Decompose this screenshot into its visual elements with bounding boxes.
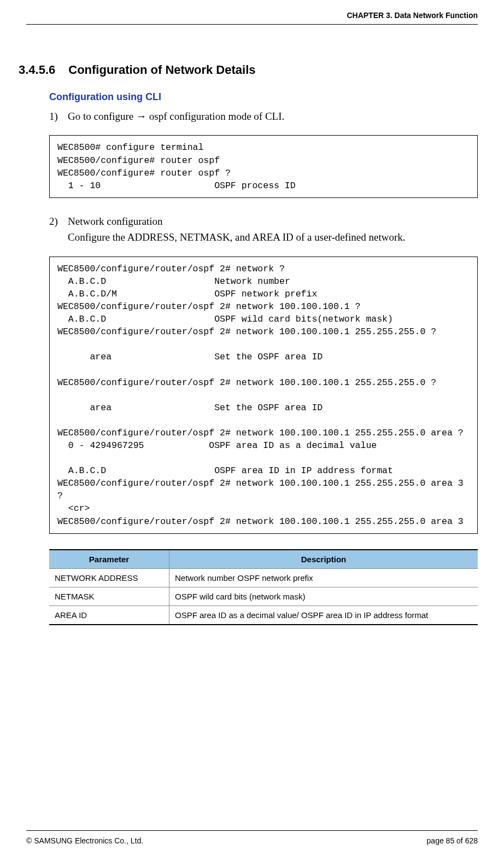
document-page: CHAPTER 3. Data Network Function 3.4.5.6… [0,0,504,856]
th-description: Description [169,550,478,569]
step-1: 1) Go to configure → ospf configuration … [49,108,478,124]
page-footer: © SAMSUNG Electronics Co., Ltd. page 85 … [26,830,478,856]
cli-subheading: Configuration using CLI [49,91,478,103]
cell-desc: OSPF area ID as a decimal value/ OSPF ar… [169,605,478,625]
arrow-icon: → [136,110,146,122]
section-title: Configuration of Network Details [68,63,255,77]
step-number: 1) [49,108,68,124]
cell-desc: Network number OSPF network prefix [169,568,478,587]
step1-after: ospf configuration mode of CLI. [146,110,284,122]
table-row: NETWORK ADDRESS Network number OSPF netw… [49,568,478,587]
spacer [26,625,478,808]
th-parameter: Parameter [49,550,169,569]
section-heading: 3.4.5.6 Configuration of Network Details [19,63,478,77]
chapter-title: CHAPTER 3. Data Network Function [347,11,478,20]
cell-desc: OSPF wild card bits (network mask) [169,587,478,605]
cell-param: AREA ID [49,605,169,625]
section-number: 3.4.5.6 [19,63,55,77]
step-2: 2) Network configuration Configure the A… [49,213,478,246]
step2-line1: Network configuration [68,216,163,227]
parameter-table: Parameter Description NETWORK ADDRESS Ne… [49,549,478,625]
step-text: Go to configure → ospf configuration mod… [68,108,478,124]
code-block-1: WEC8500# configure terminal WEC8500/conf… [49,135,478,197]
cell-param: NETWORK ADDRESS [49,568,169,587]
step2-line2: Configure the ADDRESS, NETMASK, and AREA… [68,231,406,243]
table-row: AREA ID OSPF area ID as a decimal value/… [49,605,478,625]
step1-before: Go to configure [68,110,136,122]
main-content: Configuration using CLI 1) Go to configu… [49,91,478,625]
table-header-row: Parameter Description [49,550,478,569]
step-number: 2) [49,213,68,246]
table-row: NETMASK OSPF wild card bits (network mas… [49,587,478,605]
page-number: page 85 of 628 [427,836,478,845]
cell-param: NETMASK [49,587,169,605]
copyright-text: © SAMSUNG Electronics Co., Ltd. [26,836,143,845]
page-header: CHAPTER 3. Data Network Function [26,11,478,25]
code-block-2: WEC8500/configure/router/ospf 2# network… [49,257,478,534]
step-text: Network configuration Configure the ADDR… [68,213,478,246]
